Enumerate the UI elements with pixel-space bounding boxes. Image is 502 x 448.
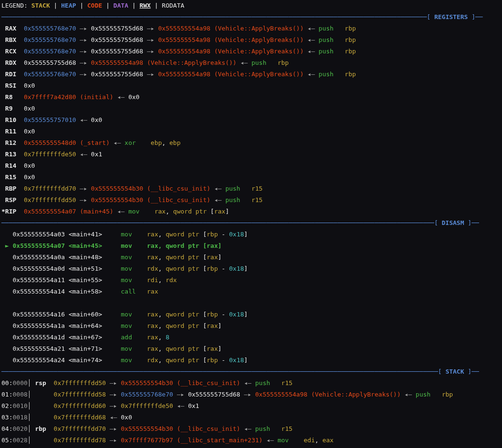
disasm-line: 0x555555554a03 <main+41> mov rax, qword … bbox=[0, 229, 502, 240]
stack-line: 05:0028│ 0x7fffffffdd78 —▸ 0x7ffff7677b9… bbox=[0, 435, 502, 446]
legend-heap: HEAP bbox=[61, 2, 76, 9]
stack-line: 04:0020│ rbp 0x7fffffffdd70 —▸ 0x5555555… bbox=[0, 423, 502, 435]
reg-rbp: RBP 0x7fffffffdd70 —▸ 0x555555554b30 (__… bbox=[0, 183, 502, 194]
reg-rdi: RDI 0x555555768e70 —▸ 0x555555755d68 —▸ … bbox=[0, 69, 502, 80]
reg-r11: R11 0x0 bbox=[0, 126, 502, 137]
stack-line: 00:0000│ rsp 0x7fffffffdd50 —▸ 0x5555555… bbox=[0, 377, 502, 389]
legend-prefix: LEGEND: bbox=[1, 2, 31, 9]
stack-line: 03:0018│ 0x7fffffffdd68 ◂— 0x0 bbox=[0, 412, 502, 423]
legend-rodata: RODATA bbox=[162, 2, 184, 9]
reg-r10: R10 0x555555757010 ◂— 0x0 bbox=[0, 114, 502, 126]
reg-rip: *RIP 0x555555554a07 (main+45) ◂— mov rax… bbox=[0, 206, 502, 217]
stack-line: 06:0030│ 0x7fffffffdd80 ◂— 0xfffffffffff… bbox=[0, 446, 502, 448]
reg-rax: RAX 0x555555768e70 —▸ 0x555555755d68 —▸ … bbox=[0, 23, 502, 34]
disasm-line: 0x555555554a0a <main+48> mov rax, qword … bbox=[0, 252, 502, 263]
disasm-line: 0x555555554a24 <main+74> mov rdx, qword … bbox=[0, 355, 502, 366]
legend-code: CODE bbox=[87, 2, 102, 9]
section-disasm-title: ────────────────────────────────────────… bbox=[0, 217, 502, 229]
legend-data: DATA bbox=[113, 2, 128, 9]
reg-r12: R12 0x5555555548d0 (_start) ◂— xor ebp, … bbox=[0, 137, 502, 149]
legend-stack: STACK bbox=[31, 2, 50, 9]
reg-r14: R14 0x0 bbox=[0, 160, 502, 172]
disasm-line: 0x555555554a16 <main+60> mov rax, qword … bbox=[0, 309, 502, 320]
disasm-line: 0x555555554a0d <main+51> mov rdx, qword … bbox=[0, 263, 502, 275]
disasm-line: 0x555555554a21 <main+71> mov rax, qword … bbox=[0, 343, 502, 355]
reg-r13: R13 0x7fffffffde50 ◂— 0x1 bbox=[0, 149, 502, 160]
reg-rbx: RBX 0x555555768e70 —▸ 0x555555755d68 —▸ … bbox=[0, 34, 502, 46]
reg-r9: R9 0x0 bbox=[0, 103, 502, 114]
legend-rwx: RWX bbox=[140, 2, 151, 9]
stack-line: 01:0008│ 0x7fffffffdd58 —▸ 0x555555768e7… bbox=[0, 389, 502, 400]
reg-rdx: RDX 0x555555755d68 —▸ 0x555555554a98 (Ve… bbox=[0, 57, 502, 69]
disasm-line: 0x555555554a1a <main+64> mov rax, qword … bbox=[0, 320, 502, 332]
disasm-line: 0x555555554a11 <main+55> mov rdi, rdx bbox=[0, 275, 502, 286]
reg-rcx: RCX 0x555555768e70 —▸ 0x555555755d68 —▸ … bbox=[0, 46, 502, 57]
reg-r8: R8 0x7ffff7a42d80 (initial) ◂— 0x0 bbox=[0, 92, 502, 103]
stack-line: 02:0010│ 0x7fffffffdd60 —▸ 0x7fffffffde5… bbox=[0, 400, 502, 412]
reg-rsp: RSP 0x7fffffffdd50 —▸ 0x555555554b30 (__… bbox=[0, 194, 502, 206]
reg-rsi: RSI 0x0 bbox=[0, 80, 502, 92]
section-registers-title: ────────────────────────────────────────… bbox=[0, 11, 502, 23]
disasm-line bbox=[0, 297, 502, 309]
legend-line: LEGEND: STACK | HEAP | CODE | DATA | RWX… bbox=[0, 0, 502, 11]
disasm-line: ► 0x555555554a07 <main+45> mov rax, qwor… bbox=[0, 240, 502, 252]
disasm-line: 0x555555554a14 <main+58> call rax bbox=[0, 286, 502, 297]
reg-r15: R15 0x0 bbox=[0, 172, 502, 183]
disasm-line: 0x555555554a1d <main+67> add rax, 8 bbox=[0, 332, 502, 343]
disasm-block: 0x555555554a03 <main+41> mov rax, qword … bbox=[0, 229, 502, 366]
section-stack-title: ────────────────────────────────────────… bbox=[0, 366, 502, 377]
stack-block: 00:0000│ rsp 0x7fffffffdd50 —▸ 0x5555555… bbox=[0, 377, 502, 448]
